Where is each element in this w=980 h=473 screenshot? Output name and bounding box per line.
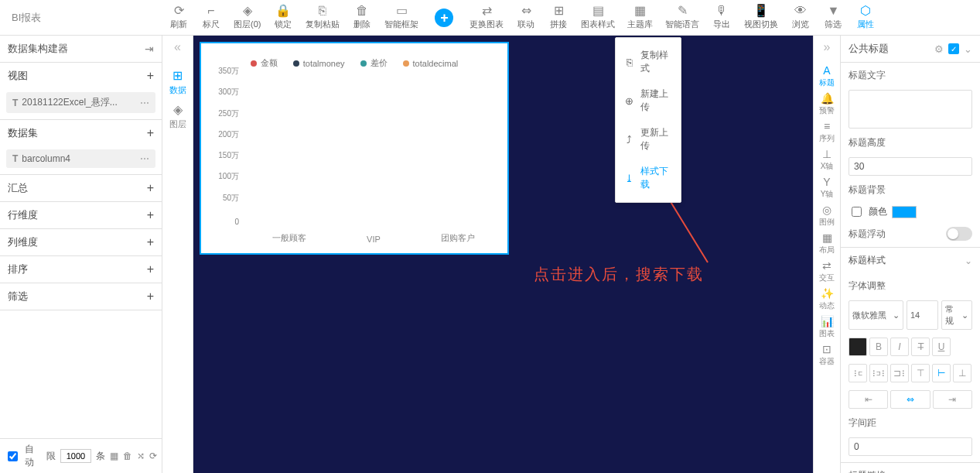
dataset-section-head[interactable]: 数据集 + xyxy=(0,120,162,146)
rail-容器[interactable]: ⊡容器 xyxy=(819,343,835,367)
plus-icon[interactable]: + xyxy=(147,290,154,303)
toolbar-智能框架[interactable]: ▭智能框架 xyxy=(378,0,425,35)
section-筛选[interactable]: 筛选+ xyxy=(0,283,162,310)
align-center-h-button[interactable]: ⫶⊐⫶ xyxy=(869,364,888,382)
legend-item[interactable]: 金额 xyxy=(251,57,278,69)
rail-预警[interactable]: 🔔预警 xyxy=(819,92,835,116)
toolbar-刷新[interactable]: ⟳刷新 xyxy=(162,0,195,35)
refresh-icon[interactable]: ⟳ xyxy=(149,451,157,461)
view-section-head[interactable]: 视图 + xyxy=(0,63,162,89)
spacing-center-button[interactable]: ⇔ xyxy=(890,390,930,409)
toolbar-导出[interactable]: 🎙导出 xyxy=(705,0,738,35)
rail-Y轴[interactable]: YY轴 xyxy=(819,176,835,200)
rail-图表[interactable]: 📊图表 xyxy=(819,315,835,339)
toolbar-icon: ⇄ xyxy=(482,5,492,17)
toolbar-标尺[interactable]: ⌐标尺 xyxy=(195,0,227,35)
align-middle-v-button[interactable]: ⊢ xyxy=(932,364,951,382)
style-accordion[interactable]: 标题样式 ⌄ xyxy=(841,247,980,273)
chevron-left-icon[interactable]: « xyxy=(174,40,181,54)
bold-button[interactable]: B xyxy=(869,338,888,356)
limit-label: 限 xyxy=(46,450,56,463)
rail-X轴[interactable]: ⊥X轴 xyxy=(819,148,835,172)
toolbar-浏览[interactable]: 👁浏览 xyxy=(784,0,817,35)
menu-更新上传[interactable]: ⤴更新上传 xyxy=(616,120,681,159)
rail-标题[interactable]: A标题 xyxy=(819,64,835,88)
section-汇总[interactable]: 汇总+ xyxy=(0,175,162,201)
plus-icon[interactable]: + xyxy=(147,262,154,276)
letter-spacing-input[interactable] xyxy=(849,437,972,456)
builder-collapse-icon[interactable]: ⇥ xyxy=(145,43,154,55)
title-height-input[interactable] xyxy=(849,157,972,176)
toolbar-更换图表[interactable]: ⇄更换图表 xyxy=(463,0,510,35)
menu-复制样式[interactable]: ⎘复制样式 xyxy=(616,43,681,81)
spacing-left-button[interactable]: ⇤ xyxy=(849,390,888,409)
rail-图例[interactable]: ◎图例 xyxy=(819,204,835,228)
plus-icon[interactable]: + xyxy=(147,235,154,249)
toolbar-图层(0)[interactable]: ◈图层(0) xyxy=(227,0,267,35)
rail-动态[interactable]: ✨动态 xyxy=(819,287,835,311)
toolbar-智能语言[interactable]: ✎智能语言 xyxy=(659,0,705,35)
font-weight-select[interactable]: 常规⌄ xyxy=(941,300,973,330)
color-checkbox[interactable] xyxy=(852,207,862,217)
toolbar-add[interactable]: + xyxy=(425,0,463,35)
font-family-select[interactable]: 微软雅黑⌄ xyxy=(849,300,903,330)
chart-widget[interactable]: 金额totalmoney差价totaldecimal 050万100万150万2… xyxy=(200,42,509,255)
font-size-select[interactable]: 14 xyxy=(907,300,938,330)
title-text-input[interactable] xyxy=(849,90,972,129)
chevron-right-icon[interactable]: » xyxy=(824,40,831,54)
plus-icon[interactable]: + xyxy=(147,69,154,83)
toolbar-联动[interactable]: ⇔联动 xyxy=(510,0,542,35)
shuffle-icon[interactable]: ⤭ xyxy=(137,451,145,461)
section-排序[interactable]: 排序+ xyxy=(0,256,162,283)
trash-icon[interactable]: 🗑 xyxy=(123,451,132,461)
plus-icon[interactable]: + xyxy=(147,126,154,140)
limit-input[interactable] xyxy=(60,449,91,463)
checkbox-on[interactable]: ✓ xyxy=(948,43,959,54)
section-列维度[interactable]: 列维度+ xyxy=(0,229,162,255)
more-icon[interactable]: ⋯ xyxy=(140,153,149,164)
toolbar-删除[interactable]: 🗑删除 xyxy=(346,0,378,35)
toolbar-icon: 🔒 xyxy=(275,5,291,17)
legend-item[interactable]: 差价 xyxy=(360,57,388,69)
toolbar-筛选[interactable]: ▼筛选 xyxy=(817,0,849,35)
float-toggle[interactable] xyxy=(946,227,972,241)
strikethrough-button[interactable]: T̶ xyxy=(911,338,930,356)
align-top-button[interactable]: ⊤ xyxy=(911,364,930,382)
color-swatch[interactable] xyxy=(892,206,917,218)
plus-icon[interactable]: + xyxy=(147,181,154,195)
rail-交互[interactable]: ⇄交互 xyxy=(819,259,835,283)
underline-button[interactable]: U xyxy=(932,338,951,356)
rail-数据[interactable]: ⊞数据 xyxy=(169,68,186,96)
rail-布局[interactable]: ▦布局 xyxy=(819,231,835,255)
section-行维度[interactable]: 行维度+ xyxy=(0,202,162,228)
gear-icon[interactable]: ⚙ xyxy=(934,43,944,55)
toolbar-锁定[interactable]: 🔒锁定 xyxy=(267,0,299,35)
grid-icon[interactable]: ▦ xyxy=(110,451,118,461)
toolbar-拼接[interactable]: ⊞拼接 xyxy=(542,0,575,35)
canvas[interactable]: 金额totalmoney差价totaldecimal 050万100万150万2… xyxy=(193,36,813,473)
link-accordion[interactable]: 标题链接 ⌄ xyxy=(841,462,980,473)
view-item[interactable]: T20181122Excel_悬浮... ⋯ xyxy=(6,92,155,113)
toolbar-复制粘贴[interactable]: ⎘复制粘贴 xyxy=(299,0,346,35)
toolbar-视图切换[interactable]: 📱视图切换 xyxy=(738,0,784,35)
dataset-item[interactable]: Tbarcolumn4 ⋯ xyxy=(6,149,155,168)
menu-新建上传[interactable]: ⊕新建上传 xyxy=(616,81,681,120)
font-color-picker[interactable] xyxy=(849,338,867,356)
more-icon[interactable]: ⋯ xyxy=(140,98,149,108)
plus-icon[interactable]: + xyxy=(147,208,154,222)
toolbar-图表样式[interactable]: ▤图表样式 xyxy=(575,0,621,35)
align-bottom-button[interactable]: ⊥ xyxy=(953,364,971,382)
align-left-button[interactable]: ⫶⊏ xyxy=(849,364,867,382)
toolbar-属性[interactable]: ⬡属性 xyxy=(849,0,882,35)
chevron-down-icon[interactable]: ⌄ xyxy=(964,43,972,55)
spacing-right-button[interactable]: ⇥ xyxy=(933,390,972,409)
toolbar-主题库[interactable]: ▦主题库 xyxy=(621,0,659,35)
legend-item[interactable]: totaldecimal xyxy=(403,57,459,69)
menu-样式下载[interactable]: ⤓样式下载 xyxy=(616,159,681,197)
italic-button[interactable]: I xyxy=(890,338,909,356)
rail-图层[interactable]: ◈图层 xyxy=(169,102,186,130)
align-right-button[interactable]: ⊐⫶ xyxy=(890,364,909,382)
legend-item[interactable]: totalmoney xyxy=(293,57,345,69)
auto-checkbox[interactable] xyxy=(8,451,18,461)
rail-序列[interactable]: ≡序列 xyxy=(819,120,835,144)
